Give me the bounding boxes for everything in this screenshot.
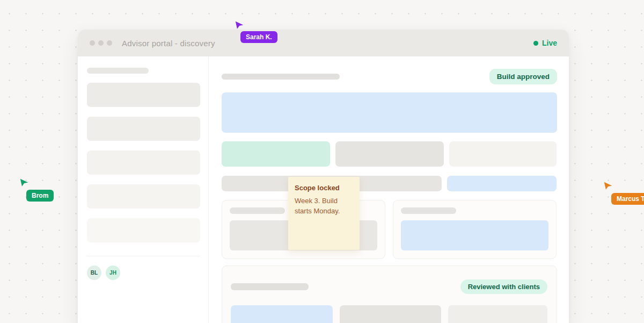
sidebar-divider (87, 256, 200, 256)
gray-placeholder-block (340, 305, 441, 323)
live-status: Live (533, 39, 557, 47)
traffic-light-dot (98, 40, 104, 46)
window-title: Advisor portal - discovery (122, 39, 215, 48)
main-header: Build approved (222, 68, 557, 85)
bar-row (222, 176, 557, 191)
avatar-group: BL JH (87, 265, 200, 280)
reviewed-section-header: Reviewed with clients (231, 279, 547, 294)
collaborator-cursor-marcus: Marcus T. (603, 181, 613, 191)
skeleton-nav-item (87, 83, 200, 107)
blue-placeholder-block (401, 220, 548, 250)
cursor-arrow-icon (603, 181, 613, 191)
avatar: JH (106, 265, 120, 280)
live-label: Live (542, 39, 557, 47)
reviewed-with-clients-badge: Reviewed with clients (460, 279, 547, 294)
cursor-arrow-icon (19, 178, 29, 188)
collaborator-cursor-sarah: Sarah K. (235, 20, 244, 30)
skeleton-nav-item (87, 117, 200, 141)
traffic-light-dot (90, 40, 95, 46)
blue-bar (447, 176, 557, 191)
skeleton-nav-item (87, 218, 200, 242)
avatar: BL (87, 265, 101, 280)
skeleton-nav-item (87, 184, 200, 209)
skeleton-card (393, 200, 557, 259)
skeleton-sidebar-title (87, 68, 149, 74)
sticky-note[interactable]: Scope locked Week 3. Build starts Monday… (288, 177, 360, 250)
bottom-block-row (231, 305, 547, 323)
cursor-name-label: Brom (26, 190, 54, 202)
mint-placeholder-block (222, 141, 330, 167)
cursor-name-label: Marcus T. (611, 193, 644, 205)
cursor-name-label: Sarah K. (240, 31, 277, 43)
light-placeholder-block (449, 141, 557, 167)
feature-block-row (222, 141, 557, 167)
reviewed-section-card: Reviewed with clients (222, 265, 557, 323)
browser-window-mockup[interactable]: Advisor portal - discovery Live BL JH Bu… (78, 30, 569, 323)
skeleton-card-title (230, 207, 285, 214)
gray-placeholder-block (335, 141, 444, 167)
skeleton-section-title (231, 283, 309, 290)
skeleton-page-title (222, 74, 340, 80)
skeleton-nav-item (87, 150, 200, 175)
build-approved-badge: Build approved (489, 69, 557, 84)
traffic-light-dot (107, 40, 112, 46)
traffic-lights (90, 40, 112, 46)
collaborator-cursor-brom: Brom (19, 178, 29, 188)
sticky-note-title: Scope locked (295, 184, 353, 192)
sidebar: BL JH (78, 56, 209, 323)
hero-placeholder-block (222, 92, 557, 133)
card-row (222, 200, 557, 259)
sticky-note-body: Week 3. Build starts Monday. (295, 196, 353, 217)
skeleton-card-title (401, 207, 456, 214)
cursor-arrow-icon (235, 20, 244, 30)
blue-placeholder-block (231, 305, 333, 323)
window-titlebar: Advisor portal - discovery Live (78, 30, 569, 56)
live-dot-icon (533, 41, 538, 46)
light-placeholder-block (448, 305, 547, 323)
main-content: Build approved (209, 56, 569, 323)
